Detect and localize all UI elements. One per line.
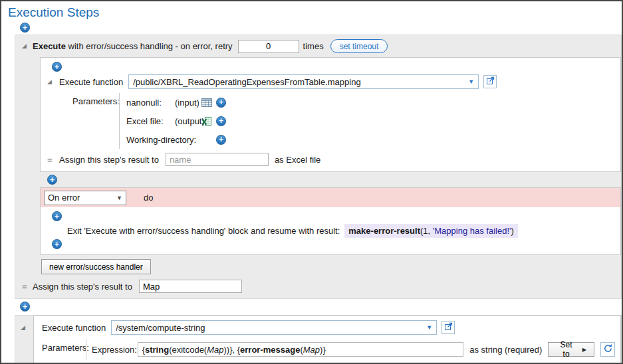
function-path-value: /system/compute-string (116, 323, 205, 333)
recalculate-button[interactable] (600, 342, 615, 357)
add-step-button-after-panel1[interactable]: + (47, 175, 57, 185)
expression-label: Expression: (92, 345, 138, 355)
parameters-section: Parameters: Expression: {string(exitcode… (42, 339, 615, 360)
handler-type-select[interactable]: On error ▼ (44, 191, 126, 205)
set-timeout-button[interactable]: set timeout (330, 39, 388, 53)
block-header-label: Execute with error/success handling - on… (33, 41, 233, 51)
select-caret-icon: ▼ (116, 195, 122, 201)
set-to-arrow-icon: ▶ (582, 347, 586, 353)
expr-function: string (145, 345, 169, 355)
execute-function-row: Execute function /system/compute-string … (42, 320, 615, 335)
add-step-button-panel1[interactable]: + (52, 62, 62, 72)
add-handler-step-button-1[interactable]: + (52, 211, 62, 221)
execute-function-row: ◢ Execute function /public/XBRL_ReadOper… (47, 74, 615, 89)
add-handler-step-button-2[interactable]: + (52, 239, 62, 249)
times-label: times (303, 41, 324, 51)
parameter-row-excel-file: Excel file: (output) + (126, 112, 226, 130)
expression-input[interactable]: {string(exitcode(Map))}, {error-message(… (138, 342, 464, 357)
page-title: Execution Steps (1, 1, 622, 21)
result-name-input[interactable] (166, 153, 269, 166)
compute-string-block: ◢ Execute function /system/compute-strin… (15, 315, 622, 364)
new-error-success-handler-button[interactable]: new error/success handler (41, 259, 151, 274)
open-function-button[interactable] (483, 75, 497, 88)
error-handling-block: ◢ Execute with error/success handling - … (15, 35, 622, 299)
add-step-button-top[interactable]: + (20, 23, 30, 33)
external-link-icon (486, 76, 495, 87)
expr-text: ))}, { (224, 345, 241, 355)
parameter-name: Excel file: (126, 116, 175, 126)
refresh-icon (603, 343, 613, 355)
exit-result-expression[interactable]: make-error-result(1, 'Mapping has failed… (344, 224, 518, 238)
exit-step-text: Exit 'Execute with error/success handlin… (67, 226, 340, 236)
external-link-icon (444, 322, 453, 333)
parameter-direction: (input) (175, 98, 201, 108)
expression-string: 'Mapping has failed!' (433, 226, 511, 236)
set-parameter-button[interactable]: + (216, 135, 226, 145)
compute-string-panel: Execute function /system/compute-string … (33, 316, 621, 364)
retry-count-input[interactable] (238, 40, 299, 53)
on-error-header: On error ▼ do (41, 188, 620, 207)
expr-variable: Map (303, 345, 320, 355)
mapping-step-panel: + ◢ Execute function /public/XBRL_ReadOp… (40, 57, 621, 172)
expression-function: make-error-result (348, 226, 420, 236)
parameters-label: Parameters: (72, 93, 119, 149)
as-string-required-label: as string (required) (469, 345, 542, 355)
execution-steps-page: Execution Steps + ◢ Execute with error/s… (0, 0, 623, 364)
exit-step-row: Exit 'Execute with error/success handlin… (67, 224, 615, 238)
collapse-icon-block1[interactable]: ◢ (22, 43, 33, 49)
handler-type-value: On error (48, 193, 80, 203)
assign-label: Assign this step's result to (59, 155, 159, 165)
execute-function-label: Execute function (59, 77, 123, 87)
set-to-button[interactable]: Set to▶ (548, 342, 594, 357)
assign-result-row: = Assign this step's result to as Excel … (47, 153, 615, 166)
collapse-icon-block2[interactable]: ◢ (21, 325, 25, 331)
do-label: do (144, 193, 153, 203)
parameter-name: nanonull: (126, 98, 175, 108)
function-path-value: /public/XBRL_ReadOperatingExpensesFromTa… (133, 77, 361, 87)
function-path-combobox[interactable]: /public/XBRL_ReadOperatingExpensesFromTa… (128, 74, 479, 89)
parameter-name: Working-directory: (126, 135, 175, 145)
set-to-label: Set to (556, 340, 576, 359)
add-step-button-between-blocks[interactable]: + (20, 302, 30, 312)
combo-caret-icon: ▼ (426, 324, 432, 331)
parameters-list: nanonull: (input) + Excel file: (output) (119, 93, 226, 149)
handler-body: + Exit 'Execute with error/success handl… (41, 207, 620, 254)
expr-function: error-message (240, 345, 300, 355)
expression-parameter-row: Expression: {string(exitcode(Map))}, {er… (86, 339, 615, 360)
header-text: with error/success handling - on error, … (66, 41, 233, 51)
collapse-icon-step1[interactable]: ◢ (47, 79, 59, 85)
expr-variable: Map (207, 345, 223, 355)
excel-file-icon (201, 117, 216, 126)
expr-text: )} (320, 345, 326, 355)
set-parameter-button[interactable]: + (216, 98, 226, 108)
expr-text: (exitcode( (169, 345, 207, 355)
parameter-row-working-directory: Working-directory: + (126, 130, 226, 149)
result-name-input-map[interactable] (139, 280, 242, 293)
assign-type-label: as Excel file (275, 155, 320, 165)
parameters-section: Parameters: nanonull: (input) + Excel fi… (72, 93, 615, 149)
parameter-direction: (output) (175, 116, 201, 126)
execute-function-label: Execute function (42, 323, 106, 333)
assign-result-row-block1: = Assign this step's result to (22, 280, 621, 293)
execute-keyword: Execute (33, 41, 66, 51)
block-header: ◢ Execute with error/success handling - … (15, 35, 621, 57)
open-function-button[interactable] (441, 321, 455, 334)
assign-label: Assign this step's result to (33, 282, 132, 292)
parameter-row-nanonull: nanonull: (input) + (126, 93, 226, 112)
error-handler-section: On error ▼ do + Exit 'Execute with error… (40, 187, 621, 255)
set-parameter-button[interactable]: + (216, 116, 226, 126)
combo-caret-icon: ▼ (468, 78, 474, 85)
assign-step-icon: = (47, 155, 59, 165)
expression-close: ) (511, 226, 513, 236)
expression-open: (1, (420, 226, 433, 236)
table-icon (201, 98, 216, 107)
assign-step-icon: = (22, 282, 33, 292)
parameters-label: Parameters: (42, 339, 86, 360)
function-path-combobox[interactable]: /system/compute-string ▼ (111, 320, 437, 335)
